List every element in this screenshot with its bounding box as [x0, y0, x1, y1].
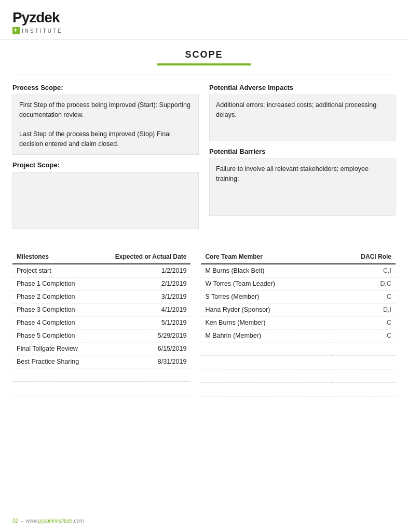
milestone-date: 5/1/2019 — [96, 316, 191, 329]
logo-plus-icon — [12, 27, 20, 34]
milestone-name: Phase 2 Completion — [12, 290, 96, 303]
title-underline — [157, 63, 251, 65]
team-row — [201, 355, 396, 369]
team-table: Core Team Member DACI Role M Burns (Blac… — [201, 250, 396, 396]
team-row — [201, 382, 396, 396]
milestone-date: 1/2/2019 — [96, 264, 191, 277]
team-col2-header: DACI Role — [331, 250, 396, 264]
process-scope-text2: Last Step of the process being improved … — [19, 129, 192, 149]
barriers-content: Failure to involve all relevant stakehol… — [209, 158, 396, 216]
milestone-row — [12, 381, 191, 395]
title-section: SCOPE — [0, 40, 408, 70]
milestones-body: Project start1/2/2019Phase 1 Completion2… — [12, 264, 191, 395]
project-scope-content — [12, 172, 199, 229]
milestones-data-table: Milestones Expected or Actual Date Proje… — [12, 250, 191, 395]
team-member-name: Hana Ryder (Sponsor) — [201, 303, 331, 316]
milestone-name: Final Tollgate Review — [12, 342, 96, 355]
process-scope-content: First Step of the process being improved… — [12, 95, 199, 155]
milestones-col2-header: Expected or Actual Date — [96, 250, 191, 264]
process-scope-label: Process Scope: — [12, 84, 199, 91]
logo-name: Pyzdek — [12, 9, 63, 26]
team-member-role: D,C — [331, 277, 396, 290]
milestone-name: Phase 5 Completion — [12, 329, 96, 342]
footer-page: 02 — [12, 518, 18, 524]
team-header-row: Core Team Member DACI Role — [201, 250, 396, 264]
team-row: Hana Ryder (Sponsor)D,I — [201, 303, 396, 316]
team-member-name: Ken Burns (Member) — [201, 316, 331, 329]
milestone-date: 2/1/2019 — [96, 277, 191, 290]
milestones-table: Milestones Expected or Actual Date Proje… — [12, 250, 191, 396]
milestone-date: 4/1/2019 — [96, 303, 191, 316]
milestone-date: 8/31/2019 — [96, 355, 191, 368]
milestone-row — [12, 368, 191, 381]
adverse-impacts-content: Additional errors; increased costs; addi… — [209, 95, 396, 141]
team-member-role: D,I — [331, 303, 396, 316]
milestones-col1-header: Milestones — [12, 250, 96, 264]
milestone-row: Phase 4 Completion5/1/2019 — [12, 316, 191, 329]
milestone-date: 5/29/2019 — [96, 329, 191, 342]
team-member-role: C,I — [331, 264, 396, 277]
milestone-date: 3/1/2019 — [96, 290, 191, 303]
team-row: S Torres (Member)C — [201, 290, 396, 303]
team-row — [201, 369, 396, 382]
milestone-row: Phase 1 Completion2/1/2019 — [12, 277, 191, 290]
tables-section: Milestones Expected or Actual Date Proje… — [0, 250, 408, 396]
milestone-row: Phase 3 Completion4/1/2019 — [12, 303, 191, 316]
main-content: Process Scope: First Step of the process… — [0, 74, 408, 241]
team-member-name: W Torres (Team Leader) — [201, 277, 331, 290]
team-member-name: M Bahrin (Member) — [201, 329, 331, 342]
team-body: M Burns (Black Belt)C,IW Torres (Team Le… — [201, 264, 396, 396]
header: Pyzdek INSTITUTE — [0, 0, 408, 40]
milestones-header-row: Milestones Expected or Actual Date — [12, 250, 191, 264]
team-member-role: C — [331, 316, 396, 329]
col-left: Process Scope: First Step of the process… — [12, 84, 199, 235]
milestone-row: Best Practice Sharing8/31/2019 — [12, 355, 191, 368]
milestone-row: Phase 5 Completion5/29/2019 — [12, 329, 191, 342]
process-scope-text: First Step of the process being improved… — [19, 100, 192, 120]
team-member-role: C — [331, 329, 396, 342]
team-row: M Bahrin (Member)C — [201, 329, 396, 342]
team-member-name: S Torres (Member) — [201, 290, 331, 303]
logo-sub: INSTITUTE — [12, 27, 63, 34]
team-data-table: Core Team Member DACI Role M Burns (Blac… — [201, 250, 396, 396]
barriers-label: Potential Barriers — [209, 148, 396, 155]
milestone-row: Phase 2 Completion3/1/2019 — [12, 290, 191, 303]
milestone-date: 6/15/2019 — [96, 342, 191, 355]
team-member-name: M Burns (Black Belt) — [201, 264, 331, 277]
team-row: W Torres (Team Leader)D,C — [201, 277, 396, 290]
team-col1-header: Core Team Member — [201, 250, 331, 264]
milestone-name: Best Practice Sharing — [12, 355, 96, 368]
scope-columns: Process Scope: First Step of the process… — [12, 84, 396, 235]
team-row — [201, 342, 396, 355]
milestone-name: Project start — [12, 264, 96, 277]
team-member-role: C — [331, 290, 396, 303]
milestone-name: Phase 3 Completion — [12, 303, 96, 316]
footer: 02 - www.pyzdekinstitute.com — [12, 518, 84, 524]
milestone-name: Phase 1 Completion — [12, 277, 96, 290]
project-scope-label: Project Scope: — [12, 161, 199, 169]
logo-institute: INSTITUTE — [22, 28, 63, 34]
milestone-row: Project start1/2/2019 — [12, 264, 191, 277]
col-right: Potential Adverse Impacts Additional err… — [209, 84, 396, 235]
milestone-row: Final Tollgate Review6/15/2019 — [12, 342, 191, 355]
milestone-name: Phase 4 Completion — [12, 316, 96, 329]
footer-site: pyzdekinstitute — [38, 518, 72, 524]
team-row: Ken Burns (Member)C — [201, 316, 396, 329]
adverse-impacts-label: Potential Adverse Impacts — [209, 84, 396, 91]
page-title: SCOPE — [0, 49, 408, 60]
team-row: M Burns (Black Belt)C,I — [201, 264, 396, 277]
logo-block: Pyzdek INSTITUTE — [12, 9, 63, 34]
